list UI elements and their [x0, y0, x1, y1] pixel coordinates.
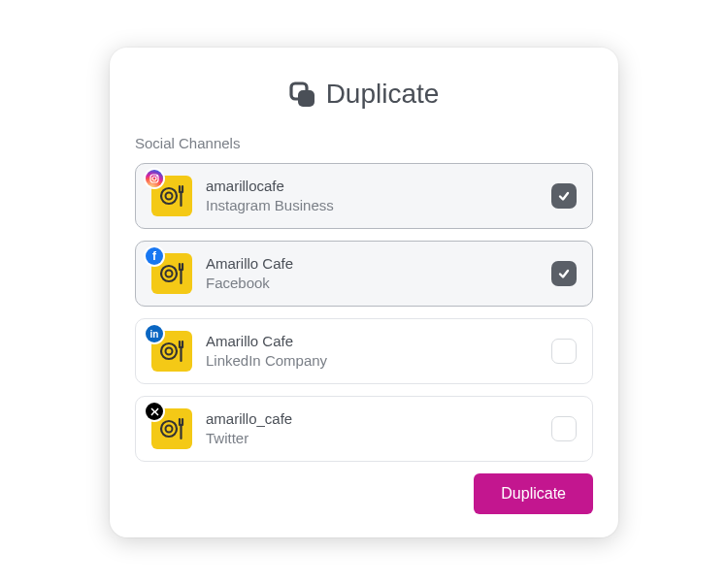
- duplicate-icon: [289, 81, 314, 107]
- dialog-footer: Duplicate: [135, 473, 593, 514]
- facebook-icon: f: [146, 247, 163, 265]
- linkedin-icon: in: [146, 325, 163, 342]
- channel-name: amarillocafe: [206, 177, 538, 196]
- channel-name: Amarillo Cafe: [206, 332, 538, 351]
- x-icon: [146, 403, 163, 420]
- channel-platform: Facebook: [206, 274, 538, 293]
- instagram-icon: [146, 170, 163, 187]
- plate-fork-icon: [157, 259, 186, 288]
- svg-point-7: [161, 266, 177, 281]
- plate-fork-icon: [157, 181, 186, 211]
- dialog-header: Duplicate: [135, 79, 593, 110]
- channel-row[interactable]: f Amarillo Cafe Facebook: [135, 241, 593, 307]
- svg-point-12: [166, 426, 173, 433]
- dialog-title: Duplicate: [326, 79, 440, 110]
- channel-avatar: in: [151, 331, 192, 372]
- channel-row[interactable]: amarillo_cafe Twitter: [135, 396, 593, 462]
- channel-avatar: [151, 176, 192, 216]
- duplicate-button[interactable]: Duplicate: [474, 473, 593, 514]
- check-icon: [557, 267, 571, 280]
- channel-platform: Twitter: [206, 429, 538, 448]
- svg-rect-4: [150, 175, 158, 182]
- svg-point-8: [166, 271, 173, 277]
- channel-checkbox[interactable]: [551, 261, 577, 286]
- duplicate-dialog: Duplicate Social Channels amarillocafe I…: [110, 48, 618, 537]
- channel-row[interactable]: amarillocafe Instagram Business: [135, 163, 593, 229]
- plate-fork-icon: [157, 414, 186, 443]
- channel-checkbox[interactable]: [551, 339, 577, 364]
- svg-point-2: [161, 188, 177, 204]
- channel-row[interactable]: in Amarillo Cafe LinkedIn Company: [135, 318, 593, 384]
- channel-avatar: f: [151, 253, 192, 294]
- plate-fork-icon: [157, 337, 186, 366]
- svg-point-11: [161, 421, 177, 437]
- channel-avatar: [151, 408, 192, 449]
- channel-name: amarillo_cafe: [206, 409, 538, 429]
- svg-point-6: [156, 176, 157, 177]
- svg-point-3: [166, 193, 173, 200]
- channel-checkbox[interactable]: [551, 416, 577, 441]
- check-icon: [557, 189, 571, 203]
- section-label: Social Channels: [135, 135, 593, 151]
- svg-rect-1: [298, 90, 314, 107]
- channel-checkbox[interactable]: [551, 183, 577, 209]
- svg-point-10: [166, 348, 173, 355]
- svg-point-5: [152, 177, 156, 180]
- channel-name: Amarillo Cafe: [206, 254, 538, 274]
- channel-platform: Instagram Business: [206, 196, 538, 215]
- svg-point-9: [161, 343, 177, 359]
- channel-platform: LinkedIn Company: [206, 351, 538, 371]
